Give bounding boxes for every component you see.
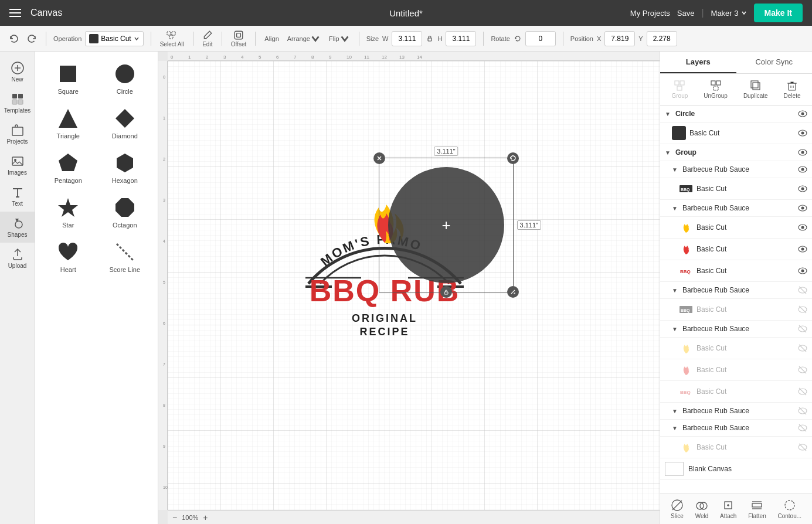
- offset-button[interactable]: Offset: [229, 28, 249, 49]
- bbq1-item-eye-icon[interactable]: [798, 184, 807, 193]
- layer-bbq4-flame-yellow[interactable]: Basic Cut: [660, 338, 812, 359]
- delete-button[interactable]: Delete: [779, 77, 806, 101]
- bbq2-eye-icon[interactable]: [798, 203, 807, 213]
- layer-bbq-sauce-1[interactable]: ▼ Barbecue Rub Sauce: [660, 161, 812, 178]
- lock-icon[interactable]: [426, 35, 434, 43]
- select-all-button[interactable]: Select All: [158, 28, 186, 49]
- bbq2-text-eye-icon[interactable]: [798, 266, 807, 275]
- tab-layers[interactable]: Layers: [660, 52, 736, 73]
- flatten-action[interactable]: Flatten: [748, 499, 766, 519]
- attach-action[interactable]: Attach: [720, 499, 736, 519]
- shape-circle[interactable]: Circle: [99, 59, 151, 98]
- layer-bbq4-flame-red[interactable]: Basic Cut: [660, 359, 812, 381]
- shape-heart[interactable]: Heart: [42, 237, 94, 277]
- undo-button[interactable]: [7, 32, 21, 46]
- layer-bbq-sauce-4[interactable]: ▼ Barbecue Rub Sauce: [660, 321, 812, 338]
- layer-bbq-sauce-2[interactable]: ▼ Barbecue Rub Sauce: [660, 200, 812, 217]
- sidebar-item-text[interactable]: Text: [0, 181, 35, 212]
- select-all-section: Select All: [158, 28, 186, 49]
- rotate-handle[interactable]: [507, 152, 519, 164]
- hamburger-menu[interactable]: [9, 9, 21, 17]
- rotate-input[interactable]: [525, 31, 556, 46]
- zoom-out-button[interactable]: −: [172, 513, 177, 522]
- my-projects-link[interactable]: My Projects: [630, 9, 670, 18]
- bbq6-flame-eye-icon[interactable]: [798, 443, 807, 452]
- undo-icon: [9, 33, 19, 44]
- make-it-button[interactable]: Make It: [754, 4, 803, 22]
- layer-bbq-sauce-6[interactable]: ▼ Barbecue Rub Sauce: [660, 420, 812, 437]
- resize-handle[interactable]: [507, 286, 519, 298]
- shape-triangle[interactable]: Triangle: [42, 103, 94, 143]
- svg-rect-16: [60, 66, 76, 82]
- shape-square[interactable]: Square: [42, 59, 94, 98]
- save-button[interactable]: Save: [677, 9, 695, 18]
- canvas-workspace[interactable]: MOM'S FAMO BBQ RUB ORIGINAL: [168, 61, 660, 510]
- redo-button[interactable]: [25, 32, 39, 46]
- sidebar-item-projects[interactable]: Projects: [0, 118, 35, 149]
- layer-bbq4-text[interactable]: BBQ Basic Cut: [660, 381, 812, 403]
- ungroup-button[interactable]: UnGroup: [699, 77, 732, 101]
- maker-selector[interactable]: Maker 3: [711, 9, 747, 18]
- layer-group-section[interactable]: ▼ Group: [660, 144, 812, 161]
- bbq3-item-eye-icon[interactable]: [798, 305, 807, 314]
- duplicate-button[interactable]: Duplicate: [739, 77, 773, 101]
- layer-bbq-sauce-3[interactable]: ▼ Barbecue Rub Sauce: [660, 282, 812, 299]
- sidebar-item-new[interactable]: New: [0, 56, 35, 87]
- sidebar-item-templates[interactable]: Templates: [0, 87, 35, 118]
- align-button[interactable]: Align: [263, 33, 280, 44]
- position-x-input[interactable]: [604, 31, 635, 46]
- shape-score-line[interactable]: Score Line: [99, 237, 151, 277]
- weld-action[interactable]: Weld: [695, 499, 709, 519]
- bbq6-eye-icon[interactable]: [798, 423, 807, 433]
- shape-pentagon[interactable]: Pentagon: [42, 148, 94, 188]
- layer-circle-basic-cut[interactable]: Basic Cut: [660, 123, 812, 144]
- size-h-input[interactable]: [446, 31, 476, 46]
- size-w-input[interactable]: [392, 31, 422, 46]
- bbq5-eye-icon[interactable]: [798, 406, 807, 416]
- shape-diamond[interactable]: Diamond: [99, 103, 151, 143]
- bbq4-eye-icon2[interactable]: [798, 343, 807, 353]
- layer-bbq6-flame[interactable]: Basic Cut: [660, 437, 812, 458]
- tab-color-sync[interactable]: Color Sync: [736, 52, 813, 73]
- svg-rect-63: [680, 81, 684, 85]
- group-eye-icon[interactable]: [798, 148, 807, 157]
- sidebar-item-upload[interactable]: Upload: [0, 243, 35, 274]
- sidebar-item-shapes[interactable]: Shapes: [0, 212, 35, 243]
- sidebar-item-images[interactable]: Images: [0, 149, 35, 181]
- bbq4-text-eye-icon[interactable]: [798, 387, 807, 396]
- bbq1-eye-icon[interactable]: [798, 165, 807, 174]
- edit-button[interactable]: Edit: [201, 28, 215, 49]
- bbq2-flame-eye-icon[interactable]: [798, 223, 807, 232]
- circle-eye-icon[interactable]: [798, 109, 807, 118]
- group-button[interactable]: Group: [667, 77, 693, 101]
- layer-bbq1-basic-cut[interactable]: BBQ Basic Cut: [660, 178, 812, 200]
- arrange-button[interactable]: Arrange: [286, 32, 322, 46]
- slice-action[interactable]: Slice: [671, 499, 684, 519]
- flip-button[interactable]: Flip: [327, 32, 352, 46]
- bbq4-red-eye-icon[interactable]: [798, 365, 807, 375]
- shape-octagon[interactable]: Octagon: [99, 192, 151, 232]
- circle-item-eye-icon[interactable]: [798, 128, 807, 138]
- position-y-input[interactable]: [647, 31, 677, 46]
- canvas-area[interactable]: 0 1 2 3 4 5 6 7 8 9 10 11 12 13 14 0: [158, 52, 660, 524]
- layer-bbq-sauce-5[interactable]: ▼ Barbecue Rub Sauce: [660, 403, 812, 420]
- operation-dropdown[interactable]: Basic Cut: [85, 31, 143, 46]
- ruler-left: 0 1 2 3 4 5 6 7 8 9 10: [158, 61, 168, 510]
- zoom-in-button[interactable]: +: [203, 513, 208, 522]
- contour-action[interactable]: Contou...: [777, 499, 801, 519]
- canvas-white[interactable]: MOM'S FAMO BBQ RUB ORIGINAL: [168, 61, 660, 510]
- shape-star[interactable]: Star: [42, 192, 94, 232]
- layer-bbq2-flame-red[interactable]: Basic Cut: [660, 239, 812, 260]
- layer-bbq2-flame-yellow[interactable]: Basic Cut: [660, 217, 812, 239]
- layer-circle-section[interactable]: ▼ Circle: [660, 106, 812, 123]
- layer-bbq2-text[interactable]: BBQ Basic Cut: [660, 260, 812, 282]
- bbq3-eye-icon[interactable]: [798, 285, 807, 295]
- shape-hexagon[interactable]: Hexagon: [99, 148, 151, 188]
- bbq2-flame-red-eye-icon[interactable]: [798, 244, 807, 254]
- lock-handle[interactable]: [440, 286, 452, 298]
- layer-bbq3-basic-cut[interactable]: BBQ Basic Cut: [660, 299, 812, 321]
- bbq4-text-thumb: BBQ: [679, 385, 693, 399]
- bbq4-eye-icon[interactable]: [798, 324, 807, 334]
- close-handle[interactable]: [373, 152, 385, 164]
- selected-circle[interactable]: +: [388, 167, 504, 283]
